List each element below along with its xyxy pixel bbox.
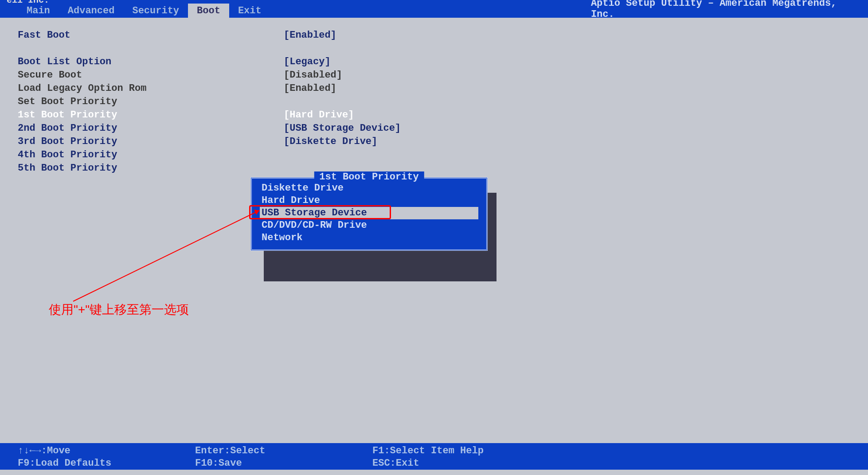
setting-label: 5th Boot Priority bbox=[18, 162, 284, 175]
setting-row[interactable]: 5th Boot Priority bbox=[18, 162, 855, 175]
setting-row[interactable]: Load Legacy Option Rom[Enabled] bbox=[18, 82, 855, 95]
footer-bar: ↑↓←→:Move Enter:Select F1:Select Item He… bbox=[0, 444, 868, 470]
utility-title: Aptio Setup Utility – American Megatrend… bbox=[591, 0, 864, 20]
setting-label: 4th Boot Priority bbox=[18, 148, 284, 162]
setting-row[interactable]: Set Boot Priority bbox=[18, 95, 855, 109]
footer-row-2: F9:Load Defaults F10:Save ESC:Exit bbox=[18, 457, 850, 470]
header-bar: ell Inc. MainAdvancedSecurityBootExit Ap… bbox=[0, 0, 868, 18]
tabs: MainAdvancedSecurityBootExit bbox=[18, 4, 591, 18]
setting-label: Secure Boot bbox=[18, 69, 284, 82]
boot-priority-popup: 1st Boot Priority Diskette DriveHard Dri… bbox=[250, 177, 488, 251]
tab-security[interactable]: Security bbox=[123, 4, 188, 18]
setting-value: [Diskette Drive] bbox=[284, 135, 377, 148]
setting-label: Set Boot Priority bbox=[18, 95, 284, 109]
setting-row[interactable]: Fast Boot[Enabled] bbox=[18, 29, 855, 42]
popup-title: 1st Boot Priority bbox=[314, 171, 424, 183]
setting-value: [Enabled] bbox=[284, 82, 336, 95]
setting-label: Load Legacy Option Rom bbox=[18, 82, 284, 95]
footer-select-hint: Enter:Select bbox=[195, 445, 372, 457]
setting-value: [USB Storage Device] bbox=[284, 122, 401, 135]
setting-row[interactable]: Secure Boot[Disabled] bbox=[18, 69, 855, 82]
setting-label: 3rd Boot Priority bbox=[18, 135, 284, 148]
annotation-text: 使用"+"键上移至第一选项 bbox=[49, 301, 189, 318]
footer-save-hint: F10:Save bbox=[195, 457, 372, 470]
tab-main[interactable]: Main bbox=[18, 4, 59, 18]
setting-value: [Hard Drive] bbox=[284, 109, 354, 122]
popup-option[interactable]: Network bbox=[260, 232, 478, 244]
setting-row[interactable]: 4th Boot Priority bbox=[18, 148, 855, 162]
spacer bbox=[18, 42, 855, 55]
tab-advanced[interactable]: Advanced bbox=[59, 4, 124, 18]
vendor-and-tabs: ell Inc. MainAdvancedSecurityBootExit bbox=[4, 0, 591, 18]
tab-exit[interactable]: Exit bbox=[229, 4, 270, 18]
popup-option[interactable]: Diskette Drive bbox=[260, 182, 478, 195]
setting-row[interactable]: 2nd Boot Priority[USB Storage Device] bbox=[18, 122, 855, 135]
popup-option[interactable]: CD/DVD/CD-RW Drive bbox=[260, 219, 478, 232]
footer-move-hint: ↑↓←→:Move bbox=[18, 445, 195, 457]
setting-label: 2nd Boot Priority bbox=[18, 122, 284, 135]
vendor-label: ell Inc. bbox=[4, 0, 591, 4]
setting-value: [Enabled] bbox=[284, 29, 336, 42]
setting-value: [Disabled] bbox=[284, 69, 342, 82]
popup-option[interactable]: USB Storage Device bbox=[260, 207, 478, 219]
setting-row[interactable]: 3rd Boot Priority[Diskette Drive] bbox=[18, 135, 855, 148]
footer-help-hint: F1:Select Item Help bbox=[372, 445, 484, 457]
popup-option[interactable]: Hard Drive bbox=[260, 195, 478, 207]
setting-label: Fast Boot bbox=[18, 29, 284, 42]
tab-boot[interactable]: Boot bbox=[188, 4, 229, 18]
setting-label: 1st Boot Priority bbox=[18, 109, 284, 122]
bios-screen: ell Inc. MainAdvancedSecurityBootExit Ap… bbox=[0, 0, 868, 475]
footer-defaults-hint: F9:Load Defaults bbox=[18, 457, 195, 470]
setting-value: [Legacy] bbox=[284, 55, 331, 69]
setting-row[interactable]: 1st Boot Priority[Hard Drive] bbox=[18, 109, 855, 122]
setting-label: Boot List Option bbox=[18, 55, 284, 69]
footer-exit-hint: ESC:Exit bbox=[372, 457, 419, 470]
main-panel: Fast Boot[Enabled]Boot List Option[Legac… bbox=[0, 18, 868, 444]
footer-row-1: ↑↓←→:Move Enter:Select F1:Select Item He… bbox=[18, 445, 850, 457]
svg-line-0 bbox=[73, 210, 259, 301]
setting-row[interactable]: Boot List Option[Legacy] bbox=[18, 55, 855, 69]
